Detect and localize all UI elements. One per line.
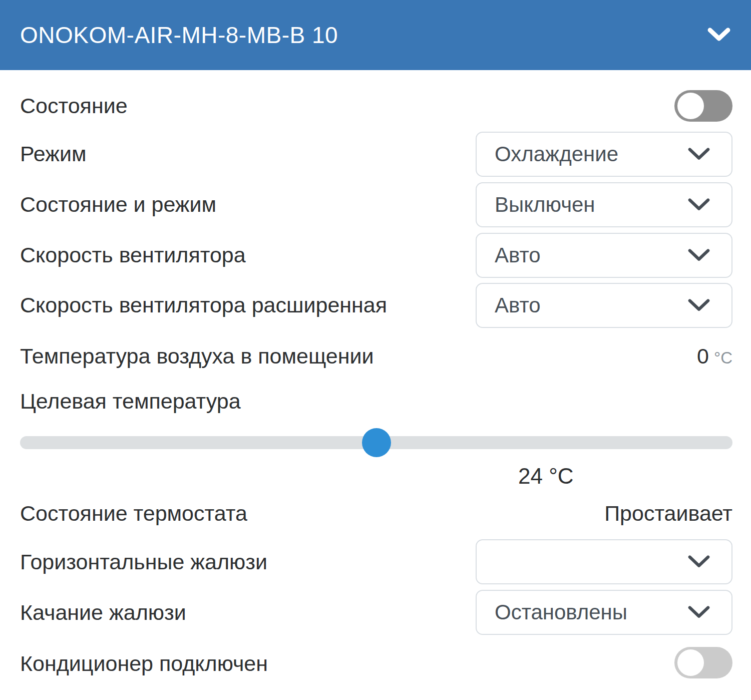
fan-speed-extended-label: Скорость вентилятора расширенная — [20, 294, 387, 316]
fan-speed-extended-select-value: Авто — [495, 295, 541, 316]
fan-speed-extended-select[interactable]: Авто — [476, 283, 732, 328]
state-label: Состояние — [20, 95, 128, 117]
state-and-mode-select-value: Выключен — [495, 194, 595, 215]
target-temperature-slider-thumb[interactable] — [362, 428, 391, 457]
swing-louvers-select[interactable]: Остановлены — [476, 590, 732, 635]
fan-speed-label: Скорость вентилятора — [20, 244, 246, 266]
swing-louvers-select-value: Остановлены — [495, 602, 627, 623]
state-and-mode-label: Состояние и режим — [20, 194, 216, 215]
mode-select-value: Охлаждение — [495, 144, 618, 165]
room-temperature-unit: °C — [714, 348, 732, 367]
state-toggle[interactable] — [674, 90, 732, 122]
thermostat-state-value: Простаивает — [604, 503, 732, 524]
ac-connected-label: Кондиционер подключен — [20, 653, 268, 674]
chevron-down-icon — [687, 555, 710, 569]
chevron-down-icon[interactable] — [707, 27, 731, 42]
thermostat-state-label: Состояние термостата — [20, 503, 247, 524]
fan-speed-select-value: Авто — [495, 245, 541, 266]
chevron-down-icon — [687, 147, 710, 161]
toggle-knob — [677, 93, 704, 119]
state-and-mode-select[interactable]: Выключен — [476, 182, 732, 227]
chevron-down-icon — [687, 198, 710, 212]
target-temperature-label: Целевая температура — [20, 391, 241, 412]
chevron-down-icon — [687, 605, 710, 619]
room-temperature-value: 0°C — [697, 345, 732, 367]
device-panel: ONOKOM-AIR-MH-8-MB-B 10 Состояние Режим … — [0, 0, 751, 700]
swing-louvers-label: Качание жалюзи — [20, 602, 186, 623]
horizontal-louvers-label: Горизонтальные жалюзи — [20, 551, 267, 573]
target-temperature-value: 24 °C — [518, 465, 574, 487]
device-header[interactable]: ONOKOM-AIR-MH-8-MB-B 10 — [0, 0, 751, 70]
room-temperature-label: Температура воздуха в помещении — [20, 345, 373, 367]
fan-speed-select[interactable]: Авто — [476, 233, 732, 278]
mode-label: Режим — [20, 143, 87, 165]
chevron-down-icon — [687, 298, 710, 312]
device-title: ONOKOM-AIR-MH-8-MB-B 10 — [20, 24, 338, 47]
ac-connected-toggle[interactable] — [674, 647, 732, 678]
mode-select[interactable]: Охлаждение — [476, 132, 732, 177]
target-temperature-slider[interactable] — [20, 436, 732, 449]
chevron-down-icon — [687, 248, 710, 262]
horizontal-louvers-select[interactable] — [476, 539, 732, 584]
toggle-knob — [677, 649, 704, 676]
room-temperature-number: 0 — [697, 344, 709, 368]
